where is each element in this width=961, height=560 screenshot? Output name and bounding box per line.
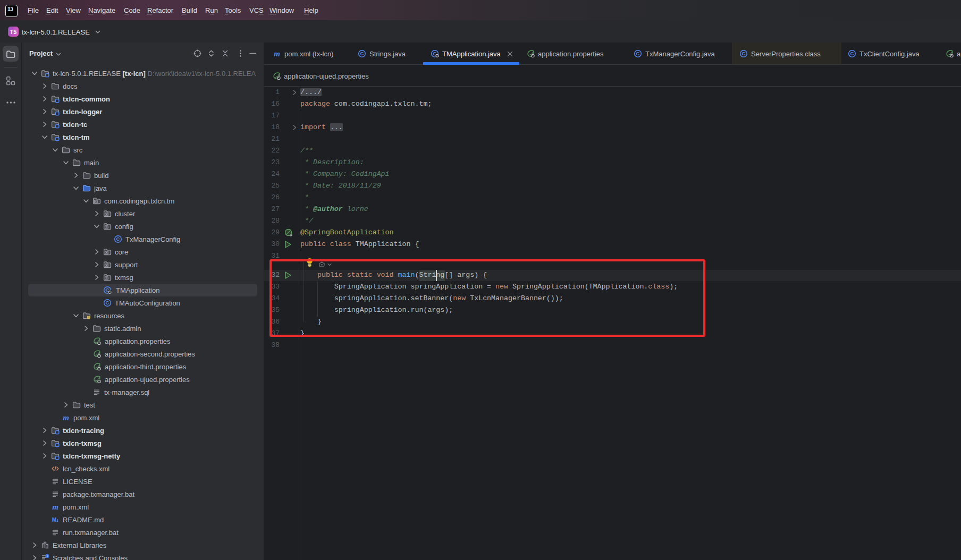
svg-text:C: C [850, 50, 854, 56]
svg-text:C: C [636, 50, 640, 56]
svg-text:m: m [52, 503, 58, 511]
svg-text:C: C [116, 236, 120, 242]
svg-text:C: C [106, 300, 109, 306]
svg-text:m: m [63, 413, 69, 422]
svg-text:m: m [274, 49, 280, 58]
svg-text:M: M [52, 517, 56, 523]
svg-text:C: C [360, 50, 364, 56]
svg-text:C: C [742, 50, 746, 56]
